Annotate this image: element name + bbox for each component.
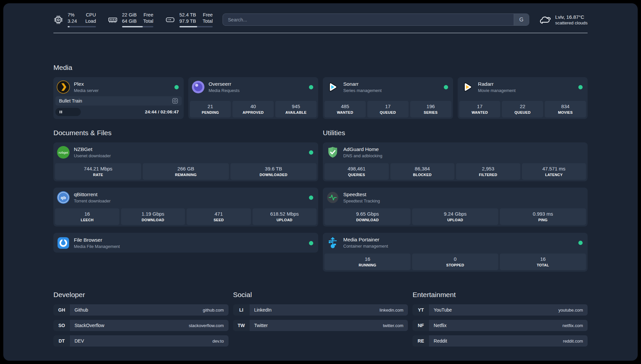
search-provider-button[interactable]: G <box>514 14 529 25</box>
bookmark-rows: YTYouTubeyoutube.comNFNetflixnetflix.com… <box>412 304 588 347</box>
bookmark-abbr: TW <box>233 320 250 331</box>
service-card-file-browser[interactable]: File BrowserMedia File Management <box>53 233 318 253</box>
resource-stat-body: 52.4 TB97.9 TBFreeTotal <box>179 12 213 27</box>
resource-values: 7%3.24 <box>68 12 77 24</box>
stat-label: LATENCY <box>523 173 585 177</box>
bookmark-label: YouTube <box>434 307 452 313</box>
now-playing-title-row: Bullet Train <box>55 96 182 106</box>
stat-tile-wanted: 17WANTED <box>459 101 501 117</box>
resource-value-top: 22 GiB <box>122 12 137 18</box>
service-card-nzbget[interactable]: nzbgetNZBGetUsenet downloader744.21 Mbps… <box>53 142 318 181</box>
stat-value: 9.24 Gbps <box>413 211 497 217</box>
service-stat-tiles: 16RUNNING0STOPPED16TOTAL <box>323 254 588 272</box>
cpu-icon <box>53 15 63 25</box>
bookmark-url: linkedin.com <box>380 308 403 313</box>
now-playing-time: 24:44 / 02:06:47 <box>145 109 179 114</box>
service-card-media-portainer[interactable]: Media PortainerContainer management16RUN… <box>323 233 588 272</box>
service-card-speedtest[interactable]: SpeedtestSpeedtest Tracking9.65 GbpsDOWN… <box>323 188 588 227</box>
bookmark-abbr: SO <box>53 320 70 331</box>
service-description: Movie management <box>478 88 516 93</box>
ram-icon <box>108 15 118 25</box>
stat-value: 40 <box>234 104 272 109</box>
now-playing-progress[interactable]: 24:44 / 02:06:47 <box>55 108 182 116</box>
service-description: Torrent downloader <box>74 198 110 203</box>
stat-value: 47.571 ms <box>523 166 585 171</box>
stat-tile-approved: 40APPROVED <box>232 101 274 117</box>
search-input[interactable] <box>223 14 514 25</box>
stat-tile-upload: 618.52 MbpsUPLOAD <box>253 208 317 225</box>
stat-tile-wanted: 485WANTED <box>324 101 366 117</box>
service-card-head: RadarrMovie management <box>458 77 588 96</box>
resource-progress-bar <box>122 26 153 28</box>
service-name: NZBGet <box>74 146 111 152</box>
bookmark-github[interactable]: GHGithubgithub.com <box>53 304 229 316</box>
disk-icon <box>165 15 175 25</box>
portainer-icon <box>326 236 339 249</box>
resource-stat-values: 22 GiB64 GiBFreeTotal <box>122 12 153 24</box>
bookmark-main: StackOverflowstackoverflow.com <box>70 320 229 331</box>
bookmark-netflix[interactable]: NFNetflixnetflix.com <box>412 320 588 331</box>
section-title-documents: Documents & Files <box>53 129 318 137</box>
bookmark-dev[interactable]: DTDEVdev.to <box>53 335 229 347</box>
service-card-qbittorrent[interactable]: qbqBittorrentTorrent downloader16LEECH1.… <box>53 188 318 227</box>
bookmark-groups: DeveloperGHGithubgithub.comSOStackOverfl… <box>53 291 588 347</box>
stat-tile-seed: 471SEED <box>187 208 251 225</box>
stat-value: 16 <box>56 211 118 217</box>
stat-label: SERIES <box>412 110 450 114</box>
stat-label: WANTED <box>461 110 499 114</box>
middle-columns: Documents & Files nzbgetNZBGetUsenet dow… <box>53 129 588 272</box>
service-card-adguard-home[interactable]: AdGuard HomeDNS and adblocking498,461QUE… <box>323 142 588 181</box>
service-card-overseerr[interactable]: OverseerrMedia Requests21PENDING40APPROV… <box>188 77 319 119</box>
bookmark-youtube[interactable]: YTYouTubeyoutube.com <box>412 304 588 316</box>
bookmark-abbr: DT <box>53 335 70 347</box>
service-name: Speedtest <box>343 192 380 197</box>
service-card-plex[interactable]: PlexMedia serverBullet Train24:44 / 02:0… <box>53 77 184 119</box>
status-dot-online <box>309 196 313 200</box>
stat-label: RATE <box>56 173 140 177</box>
service-text: SonarrSeries management <box>343 81 382 93</box>
video-icon <box>172 98 178 104</box>
stat-tile-remaining: 266 GBREMAINING <box>143 163 229 180</box>
service-description: Media server <box>74 88 99 93</box>
stat-value: 0.993 ms <box>501 211 585 217</box>
resource-label-bottom: Total <box>143 18 153 24</box>
resource-stats: 7%3.24CPULoad22 GiB64 GiBFreeTotal52.4 T… <box>53 12 213 27</box>
bookmark-label: Github <box>75 307 88 313</box>
service-description: Series management <box>343 88 382 93</box>
bookmark-abbr: LI <box>233 304 250 316</box>
bookmark-url: netflix.com <box>563 323 583 328</box>
service-name: Media Portainer <box>343 237 388 243</box>
stat-tile-filtered: 2,953FILTERED <box>456 163 520 180</box>
service-card-head: SpeedtestSpeedtest Tracking <box>323 188 588 207</box>
bookmark-linkedin[interactable]: LILinkedInlinkedin.com <box>233 304 408 316</box>
service-text: NZBGetUsenet downloader <box>74 146 111 158</box>
stat-label: UPLOAD <box>413 218 497 222</box>
bookmark-stackoverflow[interactable]: SOStackOverflowstackoverflow.com <box>53 320 229 331</box>
bookmark-reddit[interactable]: RERedditreddit.com <box>412 335 588 347</box>
adguard-icon <box>326 146 339 159</box>
section-media: Media PlexMedia serverBullet Train24:44 … <box>53 64 588 119</box>
pause-icon[interactable] <box>59 109 63 115</box>
stat-value: 9.65 Gbps <box>326 211 409 217</box>
stat-value: 1.19 Gbps <box>122 211 184 217</box>
stat-tile-running: 16RUNNING <box>324 254 411 270</box>
stat-label: FILTERED <box>457 173 519 177</box>
service-card-sonarr[interactable]: SonarrSeries management485WANTED17QUEUED… <box>323 77 453 119</box>
service-description: Media File Management <box>74 244 120 249</box>
service-name: Overseerr <box>209 81 240 87</box>
section-documents: Documents & Files nzbgetNZBGetUsenet dow… <box>53 129 318 253</box>
status-dot-online <box>578 85 583 89</box>
service-text: PlexMedia server <box>74 81 99 93</box>
resource-value-top: 7% <box>68 12 77 18</box>
bookmark-twitter[interactable]: TWTwittertwitter.com <box>233 320 408 331</box>
bookmark-label: Reddit <box>434 338 447 344</box>
stat-tile-rate: 744.21 MbpsRATE <box>55 163 141 180</box>
stat-label: QUEUED <box>369 110 407 114</box>
resource-values: 52.4 TB97.9 TB <box>179 12 196 24</box>
service-stat-tiles: 21PENDING40APPROVED945AVAILABLE <box>188 101 319 119</box>
bookmark-url: dev.to <box>212 339 224 344</box>
service-card-radarr[interactable]: RadarrMovie management17WANTED22QUEUED83… <box>458 77 588 119</box>
stat-tile-leech: 16LEECH <box>55 208 119 225</box>
resource-label-bottom: Total <box>203 18 213 24</box>
resource-stat-disk: 52.4 TB97.9 TBFreeTotal <box>165 12 213 27</box>
